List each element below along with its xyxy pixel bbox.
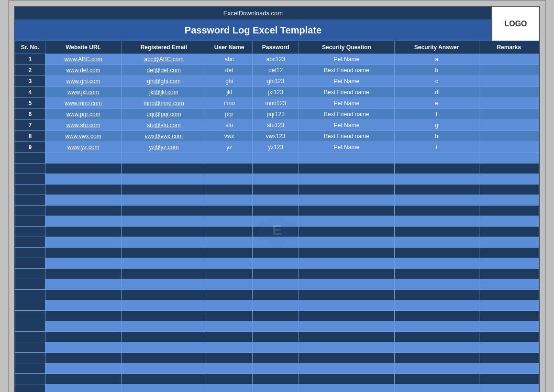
- empty-cell: [15, 321, 45, 332]
- empty-cell: [15, 290, 45, 300]
- empty-cell: [15, 332, 45, 342]
- cell-sr: 5: [15, 98, 45, 109]
- cell-url[interactable]: www.vwx.com: [45, 131, 122, 142]
- empty-cell: [253, 163, 299, 174]
- empty-cell: [479, 353, 539, 363]
- empty-cell: [479, 237, 539, 248]
- empty-cell: [15, 279, 45, 290]
- spreadsheet-container: ExcelDownloads.com Password Log Excel Te…: [14, 6, 540, 392]
- empty-cell: [15, 342, 45, 353]
- cell-secq: Pet Name: [299, 120, 395, 131]
- cell-email: ghi@ghi.com: [122, 76, 206, 87]
- empty-cell: [394, 300, 479, 311]
- empty-row: [15, 258, 539, 269]
- empty-cell: [15, 153, 45, 163]
- cell-url[interactable]: www.def.com: [45, 65, 122, 76]
- cell-remarks: [479, 109, 539, 120]
- top-bar: ExcelDownloads.com Password Log Excel Te…: [15, 7, 539, 41]
- empty-cell: [253, 300, 299, 311]
- empty-cell: [206, 248, 253, 258]
- cell-email: abc@ABC.com: [122, 54, 206, 65]
- empty-cell: [122, 227, 206, 237]
- empty-cell: [15, 237, 45, 248]
- empty-cell: [299, 153, 395, 163]
- cell-sr: 7: [15, 120, 45, 131]
- empty-cell: [394, 237, 479, 248]
- cell-url[interactable]: www.stu.com: [45, 120, 122, 131]
- empty-cell: [206, 174, 253, 185]
- empty-cell: [299, 279, 395, 290]
- empty-cell: [394, 258, 479, 269]
- empty-cell: [45, 279, 122, 290]
- site-name: ExcelDownloads.com: [15, 7, 491, 20]
- empty-cell: [206, 195, 253, 206]
- table-row: 3www.ghi.comghi@ghi.comghighi123Pet Name…: [15, 76, 539, 87]
- empty-cell: [479, 153, 539, 163]
- empty-cell: [479, 206, 539, 216]
- empty-row: [15, 163, 539, 174]
- cell-pass: pqr123: [253, 109, 299, 120]
- empty-cell: [45, 363, 122, 374]
- empty-row: [15, 206, 539, 216]
- empty-cell: [299, 216, 395, 227]
- empty-cell: [394, 195, 479, 206]
- cell-email: stu@stu.com: [122, 120, 206, 131]
- cell-remarks: [479, 131, 539, 142]
- cell-url[interactable]: www.ABC.com: [45, 54, 122, 65]
- col-header-user: User Name: [206, 41, 253, 54]
- cell-url[interactable]: www.mno.com: [45, 98, 122, 109]
- empty-cell: [206, 163, 253, 174]
- logo-box: LOGO: [491, 7, 539, 41]
- col-header-url: Website URL: [45, 41, 122, 54]
- cell-seca: e: [394, 98, 479, 109]
- cell-secq: Pet Name: [299, 76, 395, 87]
- empty-cell: [206, 332, 253, 342]
- empty-cell: [122, 353, 206, 363]
- empty-cell: [253, 342, 299, 353]
- cell-url[interactable]: www.ghi.com: [45, 76, 122, 87]
- empty-cell: [206, 374, 253, 384]
- empty-cell: [253, 311, 299, 321]
- empty-cell: [45, 311, 122, 321]
- empty-cell: [394, 174, 479, 185]
- header-section: ExcelDownloads.com Password Log Excel Te…: [15, 7, 491, 41]
- empty-row: [15, 384, 539, 392]
- cell-user: def: [206, 65, 253, 76]
- cell-pass: mno123: [253, 98, 299, 109]
- empty-cell: [299, 384, 395, 392]
- empty-cell: [253, 321, 299, 332]
- empty-cell: [299, 321, 395, 332]
- empty-cell: [45, 227, 122, 237]
- empty-cell: [253, 195, 299, 206]
- empty-cell: [479, 163, 539, 174]
- empty-cell: [45, 300, 122, 311]
- empty-cell: [479, 195, 539, 206]
- empty-cell: [479, 321, 539, 332]
- cell-user: vwx: [206, 131, 253, 142]
- cell-url[interactable]: www.pqr.com: [45, 109, 122, 120]
- empty-cell: [122, 342, 206, 353]
- empty-cell: [479, 258, 539, 269]
- empty-row: [15, 353, 539, 363]
- empty-cell: [206, 342, 253, 353]
- empty-cell: [45, 384, 122, 392]
- empty-cell: [479, 290, 539, 300]
- empty-cell: [394, 279, 479, 290]
- col-header-sr: Sr. No.: [15, 41, 45, 54]
- empty-cell: [394, 374, 479, 384]
- empty-cell: [253, 185, 299, 195]
- empty-cell: [479, 363, 539, 374]
- cell-email: jkl@jkl.com: [122, 87, 206, 98]
- empty-cell: [394, 290, 479, 300]
- empty-row: [15, 311, 539, 321]
- empty-cell: [45, 248, 122, 258]
- empty-row: [15, 237, 539, 248]
- outer-wrapper: ExcelDownloads.com Password Log Excel Te…: [8, 0, 546, 392]
- empty-row: [15, 374, 539, 384]
- cell-url[interactable]: www.yz.com: [45, 142, 122, 153]
- cell-url[interactable]: www.jkl.com: [45, 87, 122, 98]
- empty-row: [15, 195, 539, 206]
- empty-cell: [479, 311, 539, 321]
- empty-cell: [206, 227, 253, 237]
- empty-cell: [122, 332, 206, 342]
